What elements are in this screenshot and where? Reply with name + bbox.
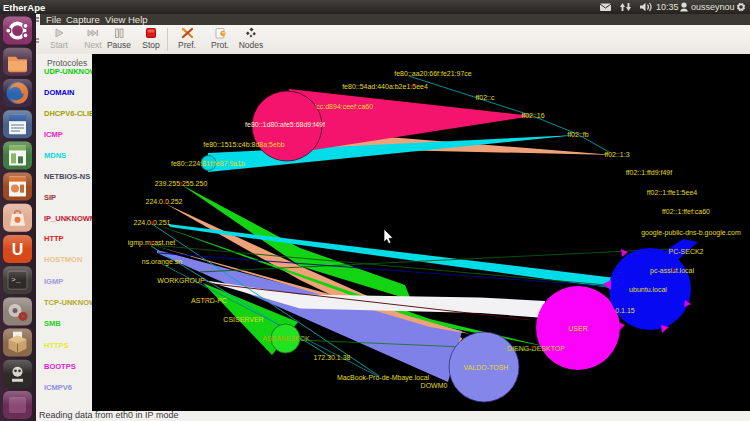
svg-text:ubuntu.local: ubuntu.local (629, 286, 667, 293)
svg-text:fe80::1d80:afe5:68d9:f49f: fe80::1d80:afe5:68d9:f49f (245, 121, 325, 128)
svg-text:PC-SECK2: PC-SECK2 (668, 248, 703, 255)
svg-text:ff02::1:3: ff02::1:3 (604, 151, 629, 158)
svg-text:172.30.1.38: 172.30.1.38 (314, 354, 351, 361)
svg-text:USER: USER (568, 325, 587, 332)
svg-text:0.1.15: 0.1.15 (615, 307, 635, 314)
svg-text:ff02::1:ffd9:f49f: ff02::1:ffd9:f49f (626, 169, 673, 176)
svg-text:CSISERVER: CSISERVER (223, 316, 263, 323)
svg-text:WORKGROUP: WORKGROUP (157, 277, 205, 284)
svg-text:DOWM0: DOWM0 (421, 382, 448, 389)
svg-text:google-public-dns-b.google.com: google-public-dns-b.google.com (641, 229, 741, 237)
svg-text:ff02::1:ffef:ca60: ff02::1:ffef:ca60 (662, 208, 710, 215)
svg-text:ff02::16: ff02::16 (521, 112, 544, 119)
svg-text:ff02::c: ff02::c (476, 94, 495, 101)
svg-text:ASSANESECK: ASSANESECK (262, 335, 310, 342)
svg-text:DIENG-DESKTOP: DIENG-DESKTOP (507, 345, 565, 352)
svg-text:fe80::54ad:440a:b2e1:5ee4: fe80::54ad:440a:b2e1:5ee4 (342, 83, 428, 90)
svg-text:ASTRD-PC: ASTRD-PC (191, 297, 227, 304)
svg-text:ff02::fb: ff02::fb (567, 131, 588, 138)
svg-text:fe80::aa20:66f:fe21:97ce: fe80::aa20:66f:fe21:97ce (394, 70, 472, 77)
svg-text:MacBook-Pro-de-Mbaye.local: MacBook-Pro-de-Mbaye.local (337, 374, 430, 382)
svg-text:224.0.0.252: 224.0.0.252 (146, 198, 183, 205)
svg-text:VALDO-TOSH: VALDO-TOSH (464, 364, 509, 371)
svg-text:fe80::1515:c4b:8d8a:5ebb: fe80::1515:c4b:8d8a:5ebb (203, 141, 284, 148)
svg-text:'cc:d894:ceef:ca60: 'cc:d894:ceef:ca60 (315, 103, 373, 110)
svg-text:ns.orange.sn: ns.orange.sn (142, 258, 183, 266)
svg-text:fe80::224:81f:fe87:9a1b: fe80::224:81f:fe87:9a1b (171, 160, 245, 167)
svg-text:ff02::1:ffe1:5ee4: ff02::1:ffe1:5ee4 (647, 189, 697, 196)
